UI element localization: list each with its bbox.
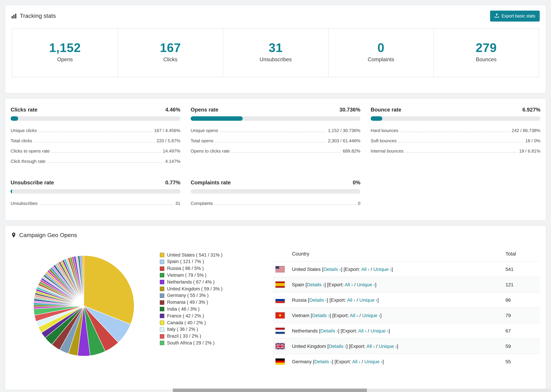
horizontal-scrollbar-thumb[interactable] — [173, 389, 367, 392]
rate-section-head: Clicks rate4.46% — [11, 106, 180, 113]
export-all-link[interactable]: All › — [358, 328, 367, 333]
export-all-link[interactable]: All › — [367, 343, 375, 349]
export-all-link[interactable]: All › — [361, 266, 369, 272]
legend-label: Netherlands ( 67 / 4% ) — [167, 279, 215, 286]
details-link[interactable]: Details › — [312, 313, 330, 318]
legend-swatch — [160, 327, 164, 332]
rate-title: Unsubscribe rate — [11, 179, 54, 186]
rate-title: Complaints rate — [191, 179, 231, 186]
metric-row: Total clicks220 / 5.87% — [11, 136, 180, 146]
stat-bounces: 279Bounces — [433, 29, 539, 77]
metric-row: Soft bounces18 / 0% — [371, 136, 540, 146]
flag-cell — [273, 323, 289, 338]
country-name: Spain — [292, 282, 305, 287]
country-total: 67 — [503, 323, 540, 338]
metric-label: Click through rate — [11, 159, 46, 164]
table-row-spain: Spain [Details ›] [Export: All › / Uniqu… — [273, 277, 540, 292]
details-link[interactable]: Details › — [314, 359, 332, 364]
export-all-link[interactable]: All › — [345, 282, 353, 287]
export-all-link[interactable]: All › — [352, 359, 360, 364]
export-all-link[interactable]: All › — [350, 313, 358, 318]
export-unique-link[interactable]: Unique › — [362, 313, 380, 318]
rate-section-opens-rate: Opens rate30.736%Unique opens1,152 / 30.… — [191, 106, 360, 166]
stat-value: 279 — [437, 41, 536, 55]
legend-item-canada: Canada ( 40 / 2% ) — [160, 319, 252, 326]
geo-pie-legend: United States ( 541 / 31% )Spain ( 121 /… — [160, 252, 252, 346]
progress-bar — [11, 116, 180, 121]
details-link[interactable]: Details › — [307, 282, 325, 287]
legend-item-united-states: United States ( 541 / 31% ) — [160, 252, 252, 259]
metric-label: Internal bounces — [371, 148, 403, 154]
country-total: 59 — [503, 338, 540, 354]
legend-label: Vietnam ( 79 / 5% ) — [167, 272, 206, 279]
details-link[interactable]: Details › — [329, 343, 346, 349]
progress-bar — [191, 189, 360, 193]
export-all-link[interactable]: All › — [347, 297, 355, 302]
legend-swatch — [160, 266, 164, 271]
legend-label: Russia ( 86 / 5% ) — [167, 265, 204, 272]
geo-table-header-row: Country Total — [273, 246, 540, 261]
export-unique-link[interactable]: Unique › — [364, 359, 382, 364]
metric-value: 1,152 / 30.736% — [328, 128, 360, 133]
table-row-netherlands: Netherlands [Details ›] [Export: All › /… — [273, 323, 540, 338]
metric-value: 18 / 0% — [525, 138, 540, 143]
country-cell: Vietnam [Details ›] [Export: All › / Uni… — [289, 308, 503, 323]
dotted-leader — [220, 132, 326, 132]
export-unique-link[interactable]: Unique › — [359, 297, 377, 302]
dotted-leader — [400, 132, 510, 132]
export-unique-link[interactable]: Unique › — [379, 343, 397, 349]
rate-title: Opens rate — [191, 106, 218, 113]
flag-cell — [273, 308, 289, 323]
metric-row: Unsubscribes31 — [11, 198, 180, 209]
export-basic-stats-button[interactable]: Export basic stats — [490, 11, 540, 21]
progress-bar — [191, 116, 360, 121]
stat-value: 0 — [331, 41, 431, 55]
country-total: 121 — [503, 277, 540, 292]
details-link[interactable]: Details › — [320, 328, 338, 333]
rate-value: 4.46% — [165, 106, 180, 113]
dotted-leader — [215, 142, 326, 142]
legend-label: Spain ( 121 / 7% ) — [167, 259, 204, 265]
country-total: 541 — [503, 261, 540, 277]
legend-swatch — [160, 253, 164, 257]
export-unique-link[interactable]: Unique › — [357, 282, 375, 287]
geo-table: Country Total United States [Details ›] … — [273, 246, 540, 369]
campaign-tracking-page: Tracking stats Export basic stats 1,152O… — [0, 0, 551, 392]
country-name: Vietnam — [292, 313, 311, 318]
export-unique-link[interactable]: Unique › — [373, 266, 391, 272]
legend-swatch — [160, 321, 164, 325]
country-total: 55 — [503, 354, 540, 369]
stat-complaints: 0Complaints — [328, 29, 433, 77]
details-link[interactable]: Details › — [309, 297, 327, 302]
dotted-leader — [47, 162, 164, 163]
geo-opens-title: Campaign Geo Opens — [11, 232, 77, 238]
rate-section-clicks-rate: Clicks rate4.46%Unique clicks167 / 4.456… — [11, 106, 180, 166]
legend-item-netherlands: Netherlands ( 67 / 4% ) — [160, 279, 252, 286]
rate-section-head: Unsubscribe rate0.77% — [11, 179, 180, 186]
details-link[interactable]: Details › — [323, 266, 341, 272]
rates-grid: Clicks rate4.46%Unique clicks167 / 4.456… — [11, 106, 540, 209]
progress-bar — [371, 116, 540, 121]
flag-cell — [273, 277, 289, 292]
legend-item-united-kingdom: United Kingdom ( 59 / 3% ) — [160, 286, 252, 292]
geo-opens-header: Campaign Geo Opens — [5, 226, 546, 241]
export-basic-stats-label: Export basic stats — [502, 14, 535, 19]
page-title: Tracking stats — [20, 13, 56, 20]
country-total: 86 — [503, 292, 540, 308]
export-unique-link[interactable]: Unique › — [370, 328, 389, 333]
export-icon — [495, 13, 499, 19]
legend-label: France ( 42 / 2% ) — [167, 313, 204, 320]
geo-pie-chart — [33, 254, 135, 357]
metric-value: 0 — [358, 201, 360, 206]
country-name: United States — [292, 266, 322, 272]
country-cell: United States [Details ›] [Export: All ›… — [289, 261, 503, 277]
legend-swatch — [160, 287, 164, 291]
country-column-header: Country — [289, 246, 503, 261]
stat-label: Opens — [15, 56, 115, 63]
legend-label: United States ( 541 / 31% ) — [167, 252, 222, 259]
geo-opens-heading: Campaign Geo Opens — [19, 232, 77, 238]
tracking-stats-card: Tracking stats Export basic stats 1,152O… — [5, 5, 546, 93]
stat-label: Clicks — [121, 56, 220, 63]
metric-label: Total opens — [191, 138, 213, 143]
metric-rows: Complaints0 — [191, 198, 360, 209]
